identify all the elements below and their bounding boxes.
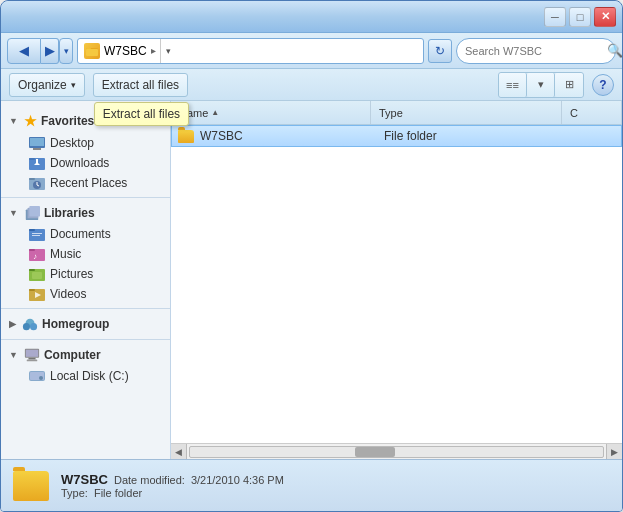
documents-label: Documents	[50, 227, 111, 241]
extract-tooltip: Extract all files	[94, 102, 189, 126]
recent-dropdown-button[interactable]: ▾	[59, 38, 73, 64]
recent-places-icon	[29, 176, 45, 190]
status-bar: W7SBC Date modified: 3/21/2010 4:36 PM T…	[1, 459, 622, 511]
extract-label: Extract all files	[102, 78, 179, 92]
sidebar-item-desktop[interactable]: Desktop	[1, 133, 170, 153]
favorites-label: Favorites	[41, 114, 94, 128]
sidebar-item-videos[interactable]: Videos	[1, 284, 170, 304]
sidebar: ▼ ★ Favorites Desktop	[1, 101, 171, 459]
status-type-label: Type:	[61, 487, 88, 499]
localdisk-icon	[29, 369, 45, 383]
horizontal-scrollbar[interactable]: ◀ ▶	[171, 443, 622, 459]
sidebar-item-pictures[interactable]: Pictures	[1, 264, 170, 284]
file-list-container: Name ▲ Type C W7SBC File folder ◀	[171, 101, 622, 459]
status-folder-icon	[13, 471, 49, 501]
sidebar-header-homegroup[interactable]: ▶ Homegroup	[1, 313, 170, 335]
svg-rect-37	[27, 359, 38, 361]
recent-places-label: Recent Places	[50, 176, 127, 190]
svg-rect-11	[29, 178, 35, 180]
favorites-expand-icon: ▼	[9, 116, 18, 126]
maximize-button[interactable]: □	[569, 7, 591, 27]
view-tiles-button[interactable]: ⊞	[555, 73, 583, 97]
refresh-button[interactable]: ↻	[428, 39, 452, 63]
sidebar-section-libraries: ▼ Libraries	[1, 202, 170, 304]
sidebar-header-computer[interactable]: ▼ Computer	[1, 344, 170, 366]
path-arrow: ▸	[151, 45, 156, 56]
computer-expand-icon: ▼	[9, 350, 18, 360]
address-bar: ◀ ▶ ▾ W7SBC ▸ ▾ ↻ 🔍	[1, 33, 622, 69]
view-details-button[interactable]: ≡≡	[499, 73, 527, 97]
libraries-expand-icon: ▼	[9, 208, 18, 218]
svg-rect-27	[32, 272, 42, 279]
help-button[interactable]: ?	[592, 74, 614, 96]
view-list-button[interactable]: ▾	[527, 73, 555, 97]
pictures-icon	[29, 267, 45, 281]
svg-rect-2	[86, 49, 98, 56]
svg-rect-9	[36, 159, 38, 163]
svg-rect-29	[29, 289, 35, 291]
close-button[interactable]: ✕	[594, 7, 616, 27]
path-folder-icon	[84, 43, 100, 59]
window: ─ □ ✕ ◀ ▶ ▾ W7SBC ▸ ▾ ↻ 🔍	[0, 0, 623, 512]
computer-icon	[24, 348, 40, 362]
address-path[interactable]: W7SBC ▸ ▾	[77, 38, 424, 64]
libraries-label: Libraries	[44, 206, 95, 220]
hscroll-track[interactable]	[189, 446, 604, 458]
back-button[interactable]: ◀	[7, 38, 41, 64]
svg-rect-17	[29, 206, 40, 217]
minimize-button[interactable]: ─	[544, 7, 566, 27]
hscroll-thumb[interactable]	[355, 447, 395, 457]
file-list: W7SBC File folder	[171, 125, 622, 443]
view-button-group: ≡≡ ▾ ⊞	[498, 72, 584, 98]
file-name-cell: W7SBC	[196, 129, 376, 143]
sidebar-divider-2	[1, 308, 170, 309]
videos-icon	[29, 287, 45, 301]
search-icon[interactable]: 🔍	[607, 43, 623, 58]
desktop-label: Desktop	[50, 136, 94, 150]
sidebar-item-documents[interactable]: Documents	[1, 224, 170, 244]
search-input[interactable]	[465, 45, 603, 57]
status-date-value: 3/21/2010 4:36 PM	[191, 474, 284, 486]
homegroup-expand-icon: ▶	[9, 319, 16, 329]
svg-point-40	[39, 376, 43, 380]
title-bar: ─ □ ✕	[1, 1, 622, 33]
organize-label: Organize	[18, 78, 67, 92]
svg-rect-7	[29, 158, 35, 160]
sidebar-item-localdisk[interactable]: Local Disk (C:)	[1, 366, 170, 386]
organize-button[interactable]: Organize ▾	[9, 73, 85, 97]
organize-arrow-icon: ▾	[71, 80, 76, 90]
svg-rect-23	[29, 249, 35, 251]
column-header-c[interactable]: C	[562, 101, 622, 124]
sidebar-section-homegroup: ▶ Homegroup	[1, 313, 170, 335]
sidebar-item-music[interactable]: ♪ Music	[1, 244, 170, 264]
sidebar-item-recent[interactable]: Recent Places	[1, 173, 170, 193]
column-header-type[interactable]: Type	[371, 101, 562, 124]
videos-label: Videos	[50, 287, 86, 301]
pictures-label: Pictures	[50, 267, 93, 281]
downloads-icon	[29, 156, 45, 170]
svg-rect-21	[32, 235, 40, 236]
table-row[interactable]: W7SBC File folder	[171, 125, 622, 147]
svg-rect-26	[29, 269, 35, 271]
computer-label: Computer	[44, 348, 101, 362]
column-header-name[interactable]: Name ▲	[171, 101, 371, 124]
path-dropdown-button[interactable]: ▾	[160, 39, 176, 63]
column-type-label: Type	[379, 107, 403, 119]
search-box[interactable]: 🔍	[456, 38, 616, 64]
extract-button[interactable]: Extract all files Extract all files	[93, 73, 188, 97]
homegroup-label: Homegroup	[42, 317, 109, 331]
toolbar: Organize ▾ Extract all files Extract all…	[1, 69, 622, 101]
sidebar-item-downloads[interactable]: Downloads	[1, 153, 170, 173]
music-icon: ♪	[29, 247, 45, 261]
downloads-label: Downloads	[50, 156, 109, 170]
libraries-icon	[24, 206, 40, 220]
localdisk-label: Local Disk (C:)	[50, 369, 129, 383]
svg-rect-20	[32, 233, 42, 234]
forward-button[interactable]: ▶	[41, 38, 59, 64]
homegroup-icon	[22, 317, 38, 331]
column-name-sort-icon: ▲	[211, 108, 219, 117]
music-label: Music	[50, 247, 81, 261]
svg-text:♪: ♪	[33, 252, 37, 261]
sidebar-header-libraries[interactable]: ▼ Libraries	[1, 202, 170, 224]
svg-rect-35	[26, 349, 38, 356]
